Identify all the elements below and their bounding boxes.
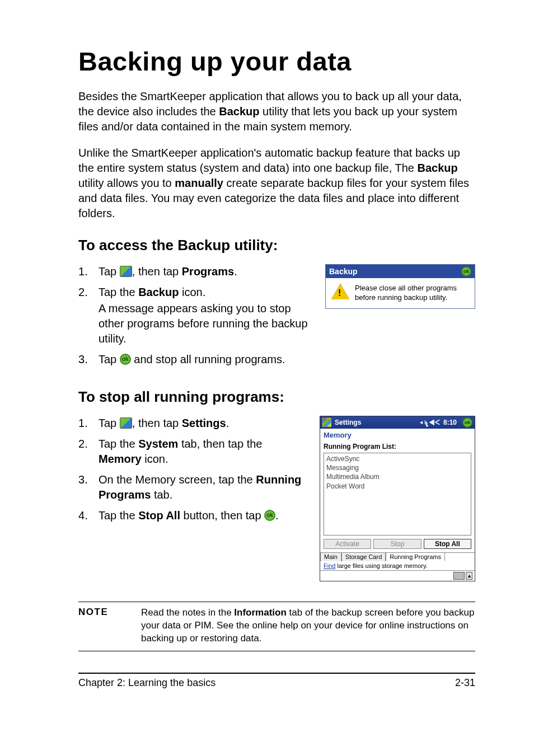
- text: On the Memory screen, tap the: [99, 473, 256, 486]
- tab-running-programs[interactable]: Running Programs: [386, 552, 445, 561]
- backup-term: Backup: [138, 286, 179, 298]
- step-1: Tap , then tap Settings.: [78, 416, 303, 431]
- intro-paragraph-2: Unlike the SmartKeeper application's aut…: [78, 145, 475, 221]
- dialog-message: Please close all other programs before r…: [355, 284, 469, 303]
- list-item[interactable]: Pocket Word: [326, 482, 469, 491]
- step-2: Tap the System tab, then tap the Memory …: [78, 436, 303, 467]
- backup-term: Backup: [219, 105, 259, 118]
- settings-term: Settings: [182, 417, 226, 429]
- divider: [78, 651, 475, 651]
- text: .: [275, 509, 279, 522]
- section-access-backup: To access the Backup utility:: [78, 237, 475, 254]
- windows-start-icon: [120, 266, 132, 277]
- popup-arrow-icon[interactable]: ▴: [466, 572, 472, 580]
- manually-term: manually: [175, 177, 223, 189]
- step-1: Tap , then tap Programs.: [78, 264, 308, 279]
- access-steps-list: Tap , then tap Programs. Tap the Backup …: [78, 264, 308, 367]
- step-3: On the Memory screen, tap the Running Pr…: [78, 472, 303, 503]
- backup-dialog: Backup ok Please close all other program…: [325, 264, 475, 309]
- information-term: Information: [234, 607, 287, 618]
- stop-all-term: Stop All: [138, 509, 180, 522]
- ok-icon: ok: [264, 510, 275, 521]
- text: , then tap: [132, 265, 182, 278]
- tab-main[interactable]: Main: [320, 552, 341, 561]
- text: Tap: [99, 353, 120, 365]
- screenshot-subtitle: Memory: [320, 429, 475, 442]
- intro-paragraph-1: Besides the SmartKeeper application that…: [78, 89, 475, 134]
- note-block: NOTE Read the notes in the Information t…: [78, 602, 475, 651]
- windows-start-icon: [120, 417, 132, 429]
- text: icon.: [179, 286, 205, 298]
- text: Tap: [99, 417, 120, 429]
- note-text: Read the notes in the Information tab of…: [141, 607, 475, 645]
- text: .: [234, 265, 237, 278]
- text: and stop all running programs.: [131, 353, 285, 365]
- text: large files using storage memory.: [335, 562, 427, 569]
- text: Tap the: [99, 438, 138, 450]
- stop-button: Stop: [373, 539, 421, 549]
- step-2: Tap the Backup icon. A message appears a…: [78, 285, 308, 346]
- screenshot-ok-button[interactable]: ok: [462, 417, 472, 428]
- step-3: Tap ok and stop all running programs.: [78, 352, 308, 367]
- footer-page-number: 2-31: [455, 677, 475, 689]
- running-program-list[interactable]: ActiveSync Messaging Multimedia Album Po…: [324, 453, 471, 536]
- memory-term: Memory: [99, 453, 142, 465]
- system-term: System: [138, 438, 178, 450]
- text: Tap the: [99, 286, 138, 298]
- text: icon.: [142, 453, 168, 465]
- screenshot-title: Settings: [335, 419, 416, 426]
- list-item[interactable]: ActiveSync: [326, 454, 469, 463]
- warning-icon: [331, 284, 349, 299]
- section-stop-programs: To stop all running programs:: [78, 388, 475, 406]
- activate-button: Activate: [324, 539, 371, 549]
- ok-icon: ok: [120, 354, 131, 365]
- signal-icon: ◂ৡ ◀ᐸ: [419, 419, 440, 426]
- text: tab.: [151, 489, 172, 501]
- dialog-title: Backup: [329, 267, 358, 276]
- note-label: NOTE: [78, 607, 114, 645]
- step-2-sub: A message appears asking you to stop oth…: [99, 301, 308, 346]
- step-4: Tap the Stop All button, then tap ok.: [78, 508, 303, 523]
- text: tab, then tap the: [178, 438, 262, 450]
- text: Tap the: [99, 509, 138, 522]
- text: Tap: [99, 265, 120, 278]
- clock: 8:10: [443, 419, 457, 426]
- text: , then tap: [132, 417, 182, 429]
- backup-term: Backup: [418, 162, 458, 174]
- stop-all-button[interactable]: Stop All: [424, 539, 471, 549]
- stop-steps-list: Tap , then tap Settings. Tap the System …: [78, 416, 303, 523]
- text: Unlike the SmartKeeper application's aut…: [78, 147, 460, 174]
- page-footer: Chapter 2: Learning the basics 2-31: [78, 674, 475, 689]
- memory-settings-screenshot: Settings ◂ৡ ◀ᐸ 8:10 ok Memory Running Pr…: [320, 416, 475, 581]
- text: button, then tap: [180, 509, 264, 522]
- list-item[interactable]: Multimedia Album: [326, 472, 469, 481]
- text: .: [226, 417, 229, 429]
- windows-flag-icon[interactable]: [322, 418, 331, 427]
- text: Read the notes in the: [141, 607, 234, 618]
- text: utility allows you to: [78, 177, 175, 189]
- page-title: Backing up your data: [78, 46, 475, 77]
- list-item[interactable]: Messaging: [326, 463, 469, 472]
- keyboard-icon[interactable]: [453, 572, 465, 580]
- find-large-files-row: Find large files using storage memory.: [320, 561, 475, 570]
- dialog-ok-button[interactable]: ok: [461, 266, 471, 276]
- tab-storage-card[interactable]: Storage Card: [341, 552, 386, 561]
- running-program-list-label: Running Program List:: [320, 442, 475, 452]
- footer-chapter: Chapter 2: Learning the basics: [78, 677, 216, 689]
- find-link[interactable]: Find: [324, 562, 335, 569]
- programs-term: Programs: [182, 265, 234, 278]
